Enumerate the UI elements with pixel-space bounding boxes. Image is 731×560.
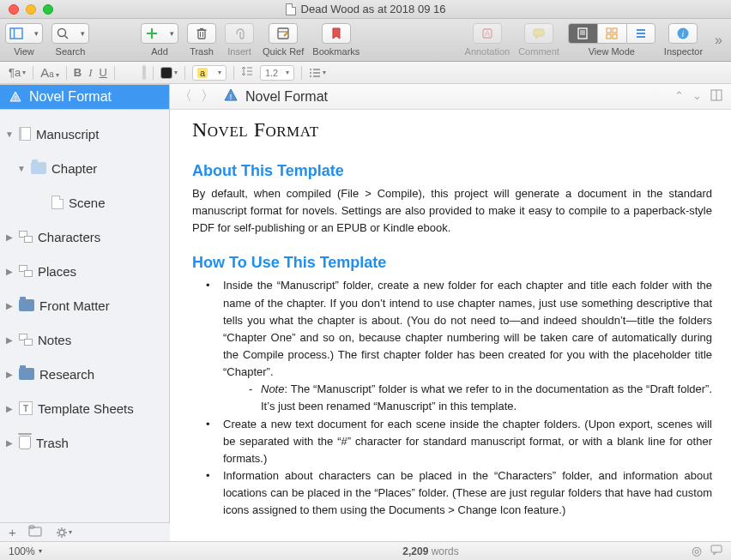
sidebar-footer: + ▾ bbox=[0, 522, 170, 541]
trash-button[interactable] bbox=[187, 23, 216, 44]
svg-line-61 bbox=[58, 528, 59, 529]
view-mode-button[interactable]: ▾ bbox=[5, 23, 43, 44]
binder-item-chapter[interactable]: ▼Chapter bbox=[0, 151, 169, 185]
window-title: Dead Wood as at 2018 09 16 bbox=[0, 3, 731, 15]
editor-body[interactable]: Novel Format About This Template By defa… bbox=[170, 110, 731, 541]
quickref-button[interactable] bbox=[269, 23, 298, 44]
info-icon: i bbox=[676, 27, 690, 40]
attachment-icon bbox=[233, 27, 246, 40]
binder-item-research[interactable]: ▶Research bbox=[0, 357, 169, 391]
svg-point-47 bbox=[310, 69, 311, 70]
annotation-label: Annotation bbox=[465, 46, 510, 57]
disclosure-triangle[interactable]: ▶ bbox=[5, 370, 14, 379]
comment-label: Comment bbox=[518, 46, 559, 57]
target-button[interactable]: ◎ bbox=[692, 544, 702, 558]
view-mode-outline[interactable] bbox=[626, 23, 655, 44]
binder-item-template-sheets[interactable]: ▶TTemplate Sheets bbox=[0, 391, 169, 425]
binder-item-notes[interactable]: ▶Notes bbox=[0, 322, 169, 357]
disclosure-triangle[interactable]: ▶ bbox=[5, 232, 14, 242]
disclosure-triangle[interactable]: ▶ bbox=[5, 438, 14, 448]
add-button[interactable]: ▾ bbox=[141, 23, 178, 44]
word-count[interactable]: 2,209 words bbox=[170, 545, 692, 557]
italic-button[interactable]: I bbox=[88, 66, 92, 80]
comment-icon bbox=[532, 27, 546, 40]
document-icon bbox=[286, 3, 296, 15]
font-button[interactable]: Aa ▾ bbox=[40, 65, 59, 80]
list-button[interactable]: ▾ bbox=[309, 67, 326, 79]
inspector-button[interactable]: i bbox=[668, 23, 698, 44]
binder-item-manuscript[interactable]: ▼Manuscript bbox=[0, 117, 169, 151]
editor-column: 〈 〉 ! Novel Format ⌃ ⌄ Novel Format Abou… bbox=[170, 84, 731, 541]
binder-selected-title[interactable]: ! Novel Format bbox=[0, 84, 169, 110]
svg-text:!: ! bbox=[15, 94, 16, 102]
quickref-icon bbox=[276, 27, 290, 40]
bookmarks-button[interactable] bbox=[322, 23, 351, 44]
align-justify-button[interactable] bbox=[142, 65, 146, 80]
nav-back-button[interactable]: 〈 bbox=[178, 87, 192, 105]
editor-path-title[interactable]: Novel Format bbox=[245, 89, 328, 105]
binder-item-label: Places bbox=[38, 264, 76, 279]
main-toolbar: ▾ View ▾ Search ▾ Add Trash Insert Quic bbox=[0, 19, 731, 62]
svg-text:i: i bbox=[682, 29, 685, 39]
list-item: Inside the “Manuscript” folder, create a… bbox=[202, 277, 712, 415]
disclosure-triangle[interactable]: ▼ bbox=[17, 164, 26, 173]
zoom-selector[interactable]: 100%▾ bbox=[9, 545, 42, 557]
svg-rect-6 bbox=[198, 30, 205, 39]
bold-button[interactable]: B bbox=[74, 66, 82, 79]
annotation-button[interactable]: A bbox=[473, 23, 502, 44]
add-item-button[interactable]: + bbox=[9, 525, 16, 539]
disclosure-triangle[interactable]: ▶ bbox=[5, 301, 14, 310]
highlight-selector[interactable]: a▾ bbox=[192, 65, 227, 81]
svg-rect-19 bbox=[607, 28, 611, 33]
disclosure-triangle[interactable]: ▶ bbox=[5, 335, 14, 345]
binder-layout-icon bbox=[9, 27, 23, 40]
view-mode-corkboard[interactable] bbox=[597, 23, 626, 44]
about-heading: About This Template bbox=[192, 162, 712, 180]
gear-icon bbox=[56, 527, 68, 539]
svg-line-3 bbox=[65, 36, 69, 39]
svg-rect-21 bbox=[607, 34, 611, 39]
history-down-button[interactable]: ⌄ bbox=[692, 89, 702, 104]
underline-button[interactable]: U bbox=[100, 66, 107, 79]
text-color-button[interactable]: ▾ bbox=[160, 67, 178, 79]
view-mode-document[interactable] bbox=[568, 23, 597, 44]
toolbar-overflow-button[interactable]: » bbox=[711, 33, 726, 48]
folder-icon bbox=[28, 525, 44, 537]
binder-item-scene[interactable]: Scene bbox=[0, 185, 169, 220]
binder-item-label: Research bbox=[39, 367, 94, 382]
binder-item-label: Manuscript bbox=[36, 127, 99, 142]
list-item: Create a new text document for each scen… bbox=[202, 416, 712, 467]
add-folder-button[interactable] bbox=[28, 525, 44, 539]
svg-point-49 bbox=[310, 75, 311, 77]
disclosure-triangle[interactable]: ▶ bbox=[5, 404, 14, 413]
binder-item-trash[interactable]: ▶Trash bbox=[0, 425, 169, 460]
binder-item-label: Trash bbox=[36, 436, 69, 450]
bookmarks-label: Bookmarks bbox=[312, 46, 359, 57]
search-button[interactable]: ▾ bbox=[51, 23, 89, 44]
document-icon bbox=[51, 196, 63, 209]
disclosure-triangle[interactable]: ▼ bbox=[5, 129, 14, 139]
comment-button[interactable] bbox=[524, 23, 553, 44]
insert-button[interactable] bbox=[225, 23, 254, 44]
svg-line-62 bbox=[64, 534, 65, 535]
insert-label: Insert bbox=[227, 46, 251, 57]
binder-item-label: Scene bbox=[69, 196, 106, 210]
list-icon bbox=[309, 67, 321, 79]
paragraph-style-button[interactable]: ¶a ▾ bbox=[9, 66, 26, 79]
corkboard-icon bbox=[605, 27, 619, 40]
split-editor-button[interactable] bbox=[710, 89, 722, 104]
binder-item-front-matter[interactable]: ▶Front Matter bbox=[0, 288, 169, 322]
settings-button[interactable]: ▾ bbox=[56, 527, 72, 539]
binder-list: ▼Manuscript▼ChapterScene▶Characters▶Plac… bbox=[0, 110, 169, 460]
linespacing-selector[interactable]: 1.2▾ bbox=[260, 65, 294, 81]
disclosure-triangle[interactable]: ▶ bbox=[5, 267, 14, 276]
view-label: View bbox=[14, 46, 34, 57]
history-up-button[interactable]: ⌃ bbox=[674, 89, 684, 104]
binder-item-places[interactable]: ▶Places bbox=[0, 254, 169, 288]
folder-icon bbox=[19, 368, 34, 380]
binder-item-characters[interactable]: ▶Characters bbox=[0, 220, 169, 254]
chevron-down-icon: ▾ bbox=[34, 29, 39, 38]
nav-forward-button[interactable]: 〉 bbox=[201, 87, 214, 105]
comments-toggle-button[interactable] bbox=[710, 544, 722, 558]
add-label: Add bbox=[151, 46, 168, 57]
